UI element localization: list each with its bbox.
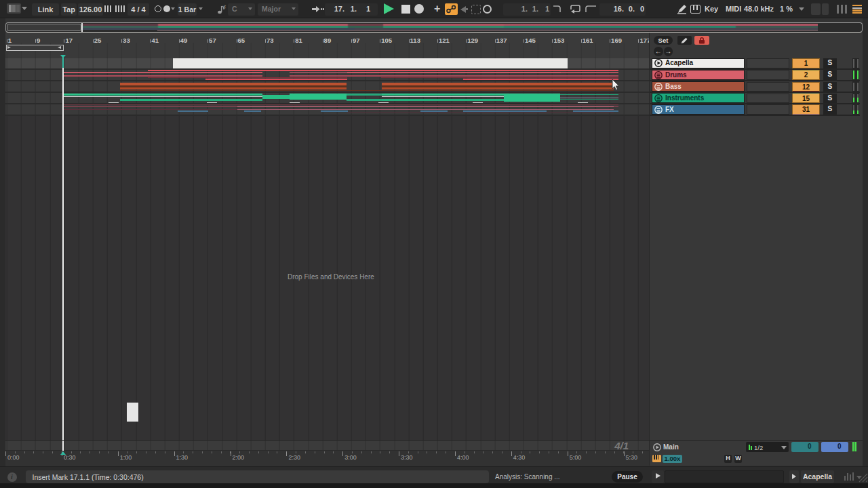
svg-text:♯: ♯ [223,4,226,10]
